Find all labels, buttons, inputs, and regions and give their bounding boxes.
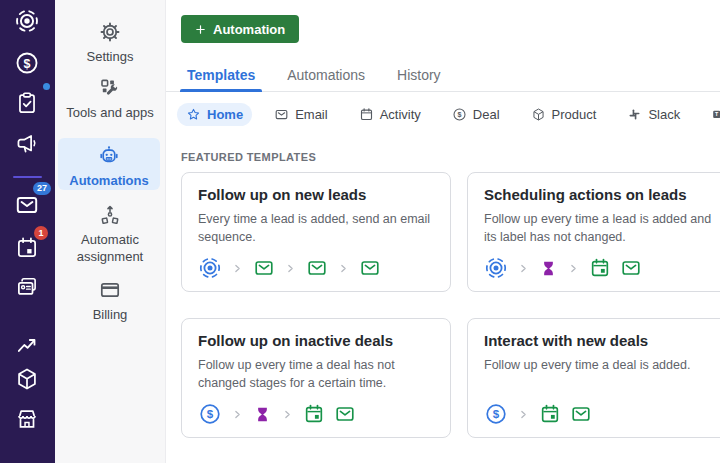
template-card[interactable]: Interact with new deals Follow up every … [467,318,720,438]
sidebar-item-billing[interactable]: Billing [55,278,165,323]
template-title: Scheduling actions on leads [484,186,720,203]
sidebar-item-label: Settings [55,48,165,65]
sidebar-item-label: Billing [55,306,165,323]
featured-templates-heading: FEATURED TEMPLATES [181,151,316,163]
sidebar-item-label: Automations [58,172,160,189]
template-description: Follow up every time a deal is added. [484,356,720,374]
template-card[interactable]: Follow up on new leads Every time a lead… [181,172,451,292]
new-automation-label: Automation [213,22,285,37]
nav-tasks[interactable] [14,90,40,116]
sidebar-item-automatic-assignment[interactable]: Automatic assignment [55,203,165,265]
tab-history[interactable]: History [397,64,441,91]
activity-icon [589,257,611,279]
template-title: Interact with new deals [484,332,720,349]
star-icon [186,107,201,122]
lead-icon [484,256,508,280]
template-title: Follow up on inactive deals [198,332,434,349]
robot-icon [97,144,121,168]
deal-icon [484,402,508,426]
template-description: Every time a lead is added, send an emai… [198,210,434,246]
filter-home[interactable]: Home [177,103,252,126]
chevron-right-icon [284,262,297,275]
email-icon [570,403,592,425]
rail-divider [13,176,42,178]
nav-marketplace[interactable] [14,406,40,432]
nav-mail[interactable]: 27 [14,192,40,218]
assignment-icon [98,203,122,227]
nav-calendar[interactable]: 1 [14,235,40,261]
template-flow [198,402,356,426]
mail-unread-badge: 27 [33,182,51,195]
new-automation-button[interactable]: Automation [181,15,299,43]
filter-slack[interactable]: Slack [618,103,689,126]
chevron-right-icon [231,262,244,275]
calendar-icon [14,235,40,261]
email-icon [359,257,381,279]
insights-chart-icon [14,332,40,358]
sidebar-item-settings[interactable]: Settings [55,20,165,65]
template-card[interactable]: Scheduling actions on leads Follow up ev… [467,172,720,292]
leads-target-icon [14,8,40,34]
email-icon [334,403,356,425]
filter-label: Deal [473,107,500,122]
nav-insights[interactable] [14,332,40,358]
filter-activity[interactable]: Activity [350,103,430,126]
deal-icon [198,402,222,426]
primary-nav-rail: 27 1 [0,0,55,463]
template-flow [198,256,381,280]
teams-icon [711,107,720,122]
chevron-right-icon [281,408,294,421]
dollar-circle-icon [452,107,467,122]
chevron-right-icon [517,262,530,275]
chevron-right-icon [337,262,350,275]
delay-icon [539,259,558,278]
sidebar-item-automations[interactable]: Automations [58,138,160,190]
nav-products[interactable] [14,366,40,392]
deals-dollar-icon [14,50,40,76]
campaigns-megaphone-icon [14,131,40,157]
filter-label: Product [552,107,597,122]
envelope-icon [274,107,289,122]
delay-icon [253,405,272,424]
activity-icon [539,403,561,425]
nav-campaigns[interactable] [14,131,40,157]
contacts-cards-icon [14,274,40,300]
filter-teams[interactable]: Teams [702,103,720,126]
filter-deal[interactable]: Deal [443,103,509,126]
nav-deals[interactable] [14,50,40,76]
template-card-grid: Follow up on new leads Every time a lead… [181,172,720,438]
tab-templates[interactable]: Templates [187,64,255,91]
mail-envelope-icon [14,192,40,218]
template-card[interactable]: Follow up on inactive deals Follow up ev… [181,318,451,438]
chevron-right-icon [231,408,244,421]
plus-icon [195,24,206,35]
tab-bar: Templates Automations History [166,64,720,92]
chevron-right-icon [567,262,580,275]
template-flow [484,256,642,280]
products-cube-icon [14,366,40,392]
email-icon [306,257,328,279]
credit-card-icon [98,278,122,302]
cube-icon [531,107,546,122]
calendar-icon [359,107,374,122]
sidebar-item-tools-and-apps[interactable]: Tools and apps [55,76,165,121]
sidebar-item-label: Tools and apps [55,104,165,121]
filter-email[interactable]: Email [265,103,337,126]
filter-label: Email [295,107,328,122]
filter-product[interactable]: Product [522,103,606,126]
sidebar-item-label: Automatic assignment [55,231,165,265]
tasks-clipboard-icon [14,90,40,116]
tab-automations[interactable]: Automations [287,64,365,91]
filter-label: Slack [648,107,680,122]
template-flow [484,402,592,426]
nav-leads[interactable] [14,8,40,34]
template-description: Follow up every time a lead is added and… [484,210,720,246]
template-title: Follow up on new leads [198,186,434,203]
filter-label: Home [207,107,243,122]
slack-icon [627,107,642,122]
lead-icon [198,256,222,280]
filter-label: Activity [380,107,421,122]
nav-contacts[interactable] [14,274,40,300]
settings-sidebar: Settings Tools and apps Automations Auto… [55,0,166,463]
activity-icon [303,403,325,425]
